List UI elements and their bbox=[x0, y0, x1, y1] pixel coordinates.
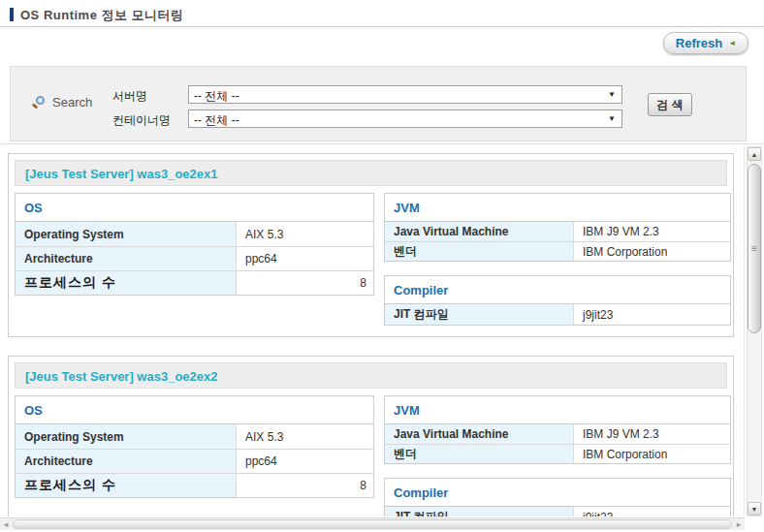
page-header: OS Runtime 정보 모니터링 bbox=[0, 0, 764, 27]
row-value: IBM J9 VM 2.3 bbox=[574, 222, 730, 241]
refresh-button[interactable]: Refresh ◄ bbox=[663, 32, 748, 54]
table-row: Java Virtual Machine IBM J9 VM 2.3 bbox=[385, 424, 730, 444]
refresh-arrow-icon: ◄ bbox=[728, 40, 736, 47]
row-label: Architecture bbox=[16, 450, 237, 473]
table-row: Operating System AIX 5.3 bbox=[16, 424, 373, 449]
server-panel-header: [Jeus Test Server] was3_oe2ex1 bbox=[15, 160, 727, 186]
refresh-button-label: Refresh bbox=[676, 36, 722, 50]
server-name-field-row: 서버명 -- 전체 -- ▼ bbox=[11, 85, 746, 104]
container-name-select[interactable]: -- 전체 -- ▼ bbox=[188, 110, 622, 128]
server-panel-was3_oe2ex2: [Jeus Test Server] was3_oe2ex2 OS Operat… bbox=[8, 356, 734, 516]
row-label: 벤더 bbox=[385, 445, 574, 463]
table-row: 벤더 IBM Corporation bbox=[385, 241, 730, 261]
row-label: 프로세스의 수 bbox=[16, 474, 237, 497]
scroll-up-button[interactable]: ▲ bbox=[748, 147, 761, 161]
row-label: Operating System bbox=[16, 424, 237, 449]
container-name-label: 컨테이너명 bbox=[112, 112, 171, 129]
table-row: 프로세스의 수 8 bbox=[16, 270, 373, 295]
row-label: Architecture bbox=[16, 247, 237, 270]
search-panel: Search 서버명 -- 전체 -- ▼ 컨테이너명 -- 전체 -- ▼ 검… bbox=[10, 66, 747, 141]
compiler-table-title: Compiler bbox=[385, 479, 730, 507]
compiler-table-title: Compiler bbox=[385, 276, 730, 304]
row-value: 8 bbox=[237, 271, 373, 295]
jvm-table: JVM Java Virtual Machine IBM J9 VM 2.3 벤… bbox=[384, 395, 731, 464]
table-row: JIT 컴파일 j9jit23 bbox=[385, 507, 730, 516]
chevron-down-icon: ▼ bbox=[608, 114, 616, 123]
page-title: OS Runtime 정보 모니터링 bbox=[20, 7, 184, 24]
scroll-left-button[interactable]: ◂ bbox=[0, 518, 12, 530]
os-table: OS Operating System AIX 5.3 Architecture… bbox=[15, 395, 374, 498]
title-accent-bar bbox=[10, 8, 14, 21]
jvm-table-title: JVM bbox=[385, 194, 730, 222]
server-name-select-value: -- 전체 -- bbox=[194, 88, 239, 105]
row-value: 8 bbox=[237, 474, 373, 497]
results-content: [Jeus Test Server] was3_oe2ex1 OS Operat… bbox=[0, 145, 745, 516]
jvm-table-title: JVM bbox=[385, 396, 730, 424]
search-submit-button[interactable]: 검 색 bbox=[648, 93, 692, 116]
row-label: JIT 컴파일 bbox=[385, 304, 574, 325]
row-value: ppc64 bbox=[237, 247, 373, 270]
server-name-label: 서버명 bbox=[112, 88, 147, 105]
row-label: Java Virtual Machine bbox=[385, 424, 574, 444]
container-name-field-row: 컨테이너명 -- 전체 -- ▼ bbox=[11, 110, 746, 128]
row-value: AIX 5.3 bbox=[237, 424, 373, 449]
horizontal-scrollbar-thumb[interactable] bbox=[13, 519, 732, 529]
server-panel-title: [Jeus Test Server] was3_oe2ex2 bbox=[25, 369, 218, 384]
os-table-title: OS bbox=[16, 194, 373, 222]
scroll-down-button[interactable]: ▼ bbox=[748, 502, 761, 516]
row-value: AIX 5.3 bbox=[237, 222, 373, 246]
row-value: j9jit23 bbox=[574, 304, 730, 325]
jvm-table: JVM Java Virtual Machine IBM J9 VM 2.3 벤… bbox=[384, 193, 731, 262]
table-row: JIT 컴파일 j9jit23 bbox=[385, 304, 730, 325]
row-value: IBM Corporation bbox=[574, 242, 730, 261]
chevron-down-icon: ▼ bbox=[608, 90, 616, 99]
row-value: j9jit23 bbox=[574, 507, 730, 516]
os-table-title: OS bbox=[16, 396, 373, 424]
row-label: Operating System bbox=[16, 222, 237, 246]
horizontal-scrollbar[interactable]: ◂ ▸ bbox=[0, 517, 745, 530]
os-table: OS Operating System AIX 5.3 Architecture… bbox=[15, 193, 374, 296]
table-row: 벤더 IBM Corporation bbox=[385, 444, 730, 463]
server-panel-header: [Jeus Test Server] was3_oe2ex2 bbox=[15, 362, 727, 389]
row-value: ppc64 bbox=[237, 450, 373, 473]
table-row: 프로세스의 수 8 bbox=[16, 473, 373, 497]
row-value: IBM J9 VM 2.3 bbox=[574, 424, 730, 444]
table-row: Operating System AIX 5.3 bbox=[16, 222, 373, 246]
row-label: 프로세스의 수 bbox=[16, 271, 237, 295]
scroll-right-button[interactable]: ▸ bbox=[733, 518, 745, 530]
container-name-select-value: -- 전체 -- bbox=[194, 112, 239, 129]
row-value: IBM Corporation bbox=[574, 445, 730, 463]
vertical-scrollbar[interactable]: ▲ ≡ ▼ bbox=[747, 146, 762, 516]
server-name-select[interactable]: -- 전체 -- ▼ bbox=[188, 85, 622, 104]
row-label: JIT 컴파일 bbox=[385, 507, 574, 516]
row-label: 벤더 bbox=[385, 242, 574, 261]
server-panel-title: [Jeus Test Server] was3_oe2ex1 bbox=[25, 167, 218, 181]
results-scroll-area: [Jeus Test Server] was3_oe2ex1 OS Operat… bbox=[0, 143, 764, 529]
table-row: Java Virtual Machine IBM J9 VM 2.3 bbox=[385, 222, 730, 241]
row-label: Java Virtual Machine bbox=[385, 222, 574, 241]
compiler-table: Compiler JIT 컴파일 j9jit23 bbox=[384, 275, 731, 326]
table-row: Architecture ppc64 bbox=[16, 246, 373, 270]
table-row: Architecture ppc64 bbox=[16, 449, 373, 473]
server-panel-was3_oe2ex1: [Jeus Test Server] was3_oe2ex1 OS Operat… bbox=[8, 153, 734, 337]
vertical-scrollbar-thumb[interactable]: ≡ bbox=[748, 164, 761, 333]
compiler-table: Compiler JIT 컴파일 j9jit23 bbox=[384, 478, 731, 516]
